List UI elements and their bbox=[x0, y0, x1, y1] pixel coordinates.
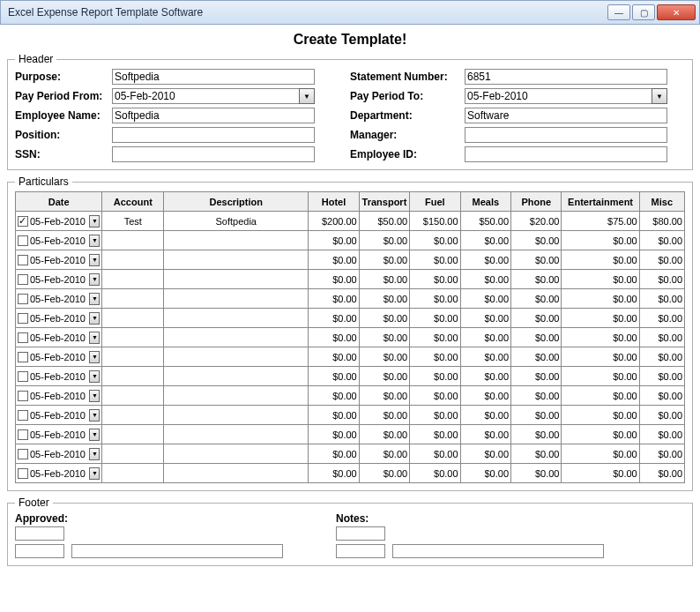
cell-account[interactable]: Test bbox=[102, 212, 164, 231]
cell-misc[interactable]: $80.00 bbox=[639, 212, 684, 231]
cell-hotel[interactable]: $0.00 bbox=[309, 367, 359, 386]
row-checkbox[interactable] bbox=[18, 294, 28, 304]
cell-meals[interactable]: $0.00 bbox=[460, 347, 510, 367]
row-checkbox[interactable] bbox=[18, 216, 28, 227]
cell-account[interactable] bbox=[102, 367, 164, 386]
chevron-down-icon[interactable]: ▼ bbox=[89, 332, 100, 344]
cell-description[interactable]: Softpedia bbox=[164, 212, 309, 231]
row-checkbox[interactable] bbox=[18, 255, 28, 265]
cell-account[interactable] bbox=[102, 406, 164, 425]
cell-description[interactable] bbox=[164, 328, 309, 347]
cell-entertainment[interactable]: $0.00 bbox=[562, 386, 639, 406]
manager-input[interactable] bbox=[465, 127, 667, 143]
row-checkbox[interactable] bbox=[18, 429, 28, 440]
cell-phone[interactable]: $0.00 bbox=[511, 444, 562, 464]
chevron-down-icon[interactable]: ▼ bbox=[299, 88, 315, 104]
cell-fuel[interactable]: $0.00 bbox=[410, 406, 460, 425]
cell-account[interactable] bbox=[102, 347, 164, 367]
cell-phone[interactable]: $0.00 bbox=[511, 386, 562, 406]
cell-misc[interactable]: $0.00 bbox=[639, 309, 684, 328]
cell-transport[interactable]: $0.00 bbox=[359, 250, 409, 270]
cell-phone[interactable]: $0.00 bbox=[511, 309, 562, 328]
cell-meals[interactable]: $0.00 bbox=[460, 425, 510, 444]
chevron-down-icon[interactable]: ▼ bbox=[89, 429, 100, 441]
cell-entertainment[interactable]: $0.00 bbox=[562, 328, 639, 347]
cell-hotel[interactable]: $200.00 bbox=[309, 212, 359, 231]
cell-meals[interactable]: $0.00 bbox=[460, 406, 510, 425]
cell-entertainment[interactable]: $0.00 bbox=[562, 464, 639, 483]
cell-meals[interactable]: $0.00 bbox=[460, 464, 510, 483]
cell-account[interactable] bbox=[102, 250, 164, 270]
row-checkbox[interactable] bbox=[18, 274, 28, 285]
cell-fuel[interactable]: $0.00 bbox=[410, 367, 460, 386]
cell-entertainment[interactable]: $0.00 bbox=[562, 406, 639, 425]
cell-description[interactable] bbox=[164, 289, 309, 309]
cell-hotel[interactable]: $0.00 bbox=[309, 425, 359, 444]
stmtno-input[interactable] bbox=[465, 69, 667, 85]
cell-meals[interactable]: $0.00 bbox=[460, 444, 510, 464]
cell-misc[interactable]: $0.00 bbox=[639, 270, 684, 289]
cell-entertainment[interactable]: $75.00 bbox=[562, 212, 639, 231]
cell-transport[interactable]: $0.00 bbox=[359, 347, 409, 367]
chevron-down-icon[interactable]: ▼ bbox=[652, 88, 667, 104]
cell-description[interactable] bbox=[164, 309, 309, 328]
row-checkbox[interactable] bbox=[18, 313, 28, 324]
cell-phone[interactable]: $0.00 bbox=[511, 425, 562, 444]
purpose-input[interactable] bbox=[112, 69, 315, 85]
cell-entertainment[interactable]: $0.00 bbox=[562, 425, 639, 444]
cell-phone[interactable]: $20.00 bbox=[511, 212, 562, 231]
cell-entertainment[interactable]: $0.00 bbox=[562, 309, 639, 328]
cell-meals[interactable]: $0.00 bbox=[460, 386, 510, 406]
cell-phone[interactable]: $0.00 bbox=[511, 328, 562, 347]
cell-misc[interactable]: $0.00 bbox=[639, 250, 684, 270]
empname-input[interactable] bbox=[112, 108, 315, 123]
cell-account[interactable] bbox=[102, 289, 164, 309]
cell-entertainment[interactable]: $0.00 bbox=[562, 270, 639, 289]
cell-transport[interactable]: $0.00 bbox=[359, 231, 409, 250]
cell-misc[interactable]: $0.00 bbox=[639, 406, 684, 425]
cell-hotel[interactable]: $0.00 bbox=[309, 270, 359, 289]
cell-description[interactable] bbox=[164, 425, 309, 444]
approved-code-2[interactable] bbox=[15, 544, 64, 558]
cell-account[interactable] bbox=[102, 309, 164, 328]
row-checkbox[interactable] bbox=[18, 371, 28, 382]
minimize-button[interactable]: — bbox=[607, 4, 630, 20]
cell-meals[interactable]: $0.00 bbox=[460, 289, 510, 309]
notes-code-1[interactable] bbox=[336, 526, 385, 541]
cell-transport[interactable]: $0.00 bbox=[359, 386, 409, 406]
cell-entertainment[interactable]: $0.00 bbox=[562, 444, 639, 464]
cell-description[interactable] bbox=[164, 347, 309, 367]
cell-meals[interactable]: $0.00 bbox=[460, 270, 510, 289]
cell-entertainment[interactable]: $0.00 bbox=[562, 231, 639, 250]
cell-misc[interactable]: $0.00 bbox=[639, 289, 684, 309]
cell-misc[interactable]: $0.00 bbox=[639, 328, 684, 347]
chevron-down-icon[interactable]: ▼ bbox=[89, 390, 100, 402]
cell-entertainment[interactable]: $0.00 bbox=[562, 289, 639, 309]
cell-phone[interactable]: $0.00 bbox=[511, 270, 562, 289]
payto-input[interactable] bbox=[465, 88, 652, 104]
position-input[interactable] bbox=[112, 127, 315, 143]
cell-transport[interactable]: $0.00 bbox=[359, 444, 409, 464]
cell-phone[interactable]: $0.00 bbox=[511, 231, 562, 250]
cell-description[interactable] bbox=[164, 250, 309, 270]
cell-account[interactable] bbox=[102, 328, 164, 347]
cell-transport[interactable]: $0.00 bbox=[359, 328, 409, 347]
cell-phone[interactable]: $0.00 bbox=[511, 289, 562, 309]
cell-hotel[interactable]: $0.00 bbox=[309, 309, 359, 328]
cell-fuel[interactable]: $0.00 bbox=[410, 464, 460, 483]
cell-misc[interactable]: $0.00 bbox=[639, 425, 684, 444]
chevron-down-icon[interactable]: ▼ bbox=[89, 215, 100, 228]
chevron-down-icon[interactable]: ▼ bbox=[89, 409, 100, 422]
chevron-down-icon[interactable]: ▼ bbox=[89, 351, 100, 363]
payfrom-combo[interactable]: ▼ bbox=[112, 88, 315, 104]
chevron-down-icon[interactable]: ▼ bbox=[89, 312, 100, 325]
cell-description[interactable] bbox=[164, 270, 309, 289]
cell-fuel[interactable]: $150.00 bbox=[410, 212, 460, 231]
cell-phone[interactable]: $0.00 bbox=[511, 367, 562, 386]
empid-input[interactable] bbox=[465, 146, 667, 162]
cell-misc[interactable]: $0.00 bbox=[639, 231, 684, 250]
cell-description[interactable] bbox=[164, 406, 309, 425]
cell-fuel[interactable]: $0.00 bbox=[410, 328, 460, 347]
cell-account[interactable] bbox=[102, 270, 164, 289]
cell-misc[interactable]: $0.00 bbox=[639, 347, 684, 367]
